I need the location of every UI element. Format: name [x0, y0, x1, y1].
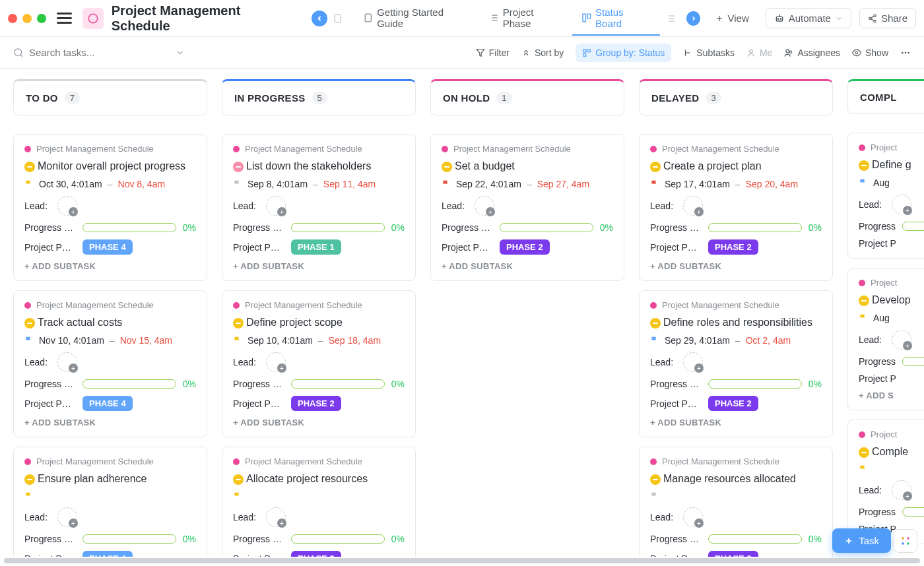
- phase-badge[interactable]: PHASE 4: [82, 396, 133, 411]
- add-subtask-button[interactable]: + ADD SUBTASK: [650, 418, 822, 427]
- assign-lead-icon[interactable]: [266, 507, 286, 527]
- status-icon[interactable]: [233, 318, 244, 329]
- tab-getting-started[interactable]: Getting Started Guide: [354, 1, 480, 36]
- assign-lead-icon[interactable]: [683, 196, 703, 216]
- progress-bar[interactable]: [902, 222, 924, 231]
- progress-bar[interactable]: [902, 507, 924, 517]
- card-dates[interactable]: [859, 464, 924, 474]
- assign-lead-icon[interactable]: [683, 352, 703, 372]
- assign-lead-icon[interactable]: [266, 352, 286, 372]
- status-icon[interactable]: [233, 474, 244, 485]
- progress-bar[interactable]: [291, 379, 385, 389]
- task-card[interactable]: ProjectDevelopAugLead:ProgressProject P+…: [847, 268, 924, 410]
- task-card[interactable]: Project Management ScheduleList down the…: [222, 134, 416, 281]
- progress-bar[interactable]: [902, 357, 924, 366]
- card-dates[interactable]: Aug: [859, 177, 924, 188]
- sort-button[interactable]: Sort by: [521, 47, 564, 58]
- progress-bar[interactable]: [708, 534, 802, 544]
- status-icon[interactable]: [859, 160, 869, 171]
- tab-project-phase[interactable]: Project Phase: [479, 1, 572, 36]
- filter-button[interactable]: Filter: [476, 47, 510, 58]
- assign-lead-icon[interactable]: [683, 507, 703, 527]
- card-dates[interactable]: Sep 17, 4:01am–Sep 20, 4am: [650, 179, 822, 189]
- phase-badge[interactable]: PHASE 4: [82, 239, 133, 255]
- nav-back-icon[interactable]: [312, 11, 327, 26]
- status-icon[interactable]: [24, 162, 35, 172]
- new-task-button[interactable]: Task: [832, 528, 891, 553]
- assignees-button[interactable]: Assignees: [784, 47, 840, 58]
- task-card[interactable]: Project Management ScheduleDefine roles …: [639, 290, 833, 437]
- status-icon[interactable]: [233, 162, 244, 172]
- status-icon[interactable]: [24, 318, 35, 329]
- subtasks-button[interactable]: Subtasks: [683, 47, 735, 58]
- maximize-window-icon[interactable]: [37, 14, 46, 23]
- column-header[interactable]: COMPL: [847, 79, 924, 114]
- more-button[interactable]: [900, 47, 911, 58]
- menu-icon[interactable]: [57, 11, 72, 26]
- phase-badge[interactable]: PHASE 2: [708, 239, 758, 255]
- assign-lead-icon[interactable]: [266, 196, 286, 216]
- task-card[interactable]: ProjectDefine gAugLead:ProgressProject P: [847, 133, 924, 259]
- phase-badge[interactable]: PHASE 2: [291, 396, 341, 411]
- column-header[interactable]: DELAYED3: [639, 79, 833, 115]
- phase-badge[interactable]: PHASE 2: [291, 551, 341, 557]
- task-card[interactable]: Project Management ScheduleMonitor overa…: [13, 134, 207, 281]
- tab-status-board[interactable]: Status Board: [572, 1, 661, 36]
- progress-bar[interactable]: [291, 223, 385, 232]
- task-card[interactable]: Project Management ScheduleEnsure plan a…: [13, 447, 207, 557]
- phase-badge[interactable]: PHASE 1: [291, 239, 341, 255]
- status-icon[interactable]: [442, 162, 452, 172]
- card-dates[interactable]: Aug: [859, 313, 924, 323]
- add-subtask-button[interactable]: + ADD SUBTASK: [233, 418, 405, 427]
- phase-badge[interactable]: PHASE 2: [708, 551, 758, 557]
- status-icon[interactable]: [650, 474, 661, 485]
- status-icon[interactable]: [650, 318, 661, 329]
- add-subtask-button[interactable]: + ADD SUBTASK: [442, 261, 613, 271]
- group-by-button[interactable]: Group by: Status: [576, 44, 671, 62]
- show-button[interactable]: Show: [852, 47, 888, 58]
- card-dates[interactable]: [233, 491, 405, 501]
- card-dates[interactable]: Oct 30, 4:01am–Nov 8, 4am: [24, 179, 196, 189]
- card-dates[interactable]: Sep 22, 4:01am–Sep 27, 4am: [442, 179, 613, 189]
- me-button[interactable]: Me: [746, 47, 772, 58]
- assign-lead-icon[interactable]: [475, 196, 494, 216]
- card-dates[interactable]: [650, 491, 822, 501]
- add-subtask-button[interactable]: + ADD SUBTASK: [24, 418, 196, 427]
- column-header[interactable]: IN PROGRESS5: [222, 79, 416, 115]
- add-subtask-button[interactable]: + ADD SUBTASK: [650, 261, 822, 271]
- card-dates[interactable]: Sep 8, 4:01am–Sep 11, 4am: [233, 179, 405, 189]
- status-icon[interactable]: [24, 474, 35, 485]
- assign-lead-icon[interactable]: [892, 480, 911, 500]
- progress-bar[interactable]: [500, 223, 593, 232]
- add-subtask-button[interactable]: + ADD SUBTASK: [24, 261, 196, 271]
- add-view-button[interactable]: View: [706, 8, 758, 28]
- search-input[interactable]: [29, 47, 135, 58]
- column-header[interactable]: TO DO7: [13, 79, 207, 115]
- assign-lead-icon[interactable]: [57, 196, 77, 216]
- task-card[interactable]: Project Management ScheduleSet a budgetS…: [430, 134, 624, 281]
- progress-bar[interactable]: [708, 379, 802, 389]
- task-card[interactable]: ProjectCompleLead:ProgressProject P: [847, 420, 924, 544]
- task-card[interactable]: Project Management ScheduleAllocate proj…: [222, 447, 416, 557]
- progress-bar[interactable]: [708, 223, 802, 232]
- project-logo-icon[interactable]: [82, 8, 103, 29]
- close-window-icon[interactable]: [8, 14, 17, 23]
- card-dates[interactable]: [24, 491, 196, 501]
- task-card[interactable]: Project Management ScheduleCreate a proj…: [639, 134, 833, 281]
- status-icon[interactable]: [859, 296, 869, 306]
- task-card[interactable]: Project Management ScheduleTrack actual …: [13, 290, 207, 437]
- progress-bar[interactable]: [82, 534, 176, 544]
- minimize-window-icon[interactable]: [22, 14, 32, 23]
- card-dates[interactable]: Sep 29, 4:01am–Oct 2, 4am: [650, 335, 822, 346]
- card-dates[interactable]: Nov 10, 4:01am–Nov 15, 4am: [24, 335, 196, 346]
- phase-badge[interactable]: PHASE 2: [708, 396, 758, 411]
- status-icon[interactable]: [650, 162, 661, 172]
- search-box[interactable]: [13, 47, 185, 58]
- card-dates[interactable]: Sep 10, 4:01am–Sep 18, 4am: [233, 335, 405, 346]
- chevron-down-icon[interactable]: [176, 48, 185, 57]
- assign-lead-icon[interactable]: [57, 507, 77, 527]
- column-header[interactable]: ON HOLD1: [430, 79, 624, 115]
- horizontal-scrollbar[interactable]: [4, 558, 920, 563]
- automate-button[interactable]: Automate: [766, 8, 851, 28]
- add-subtask-button[interactable]: + ADD SUBTASK: [233, 261, 405, 271]
